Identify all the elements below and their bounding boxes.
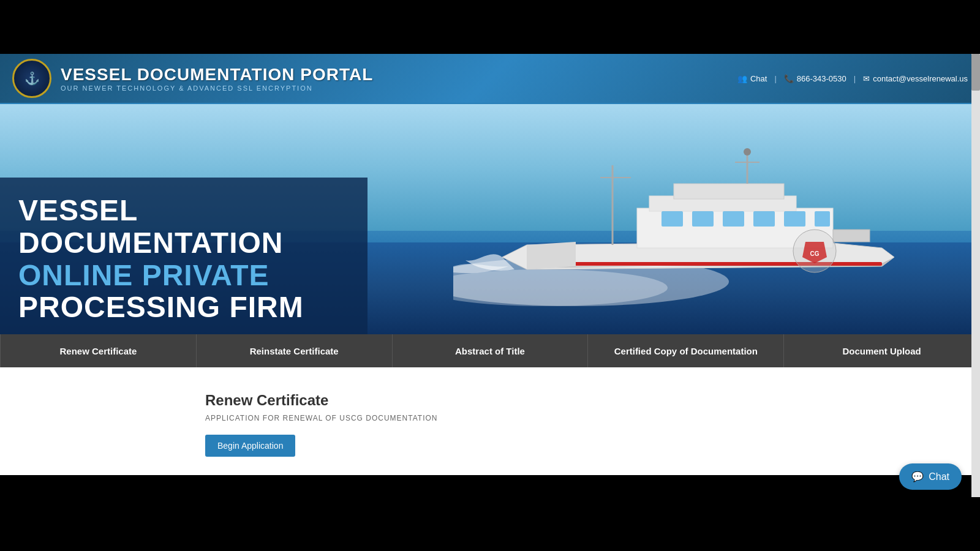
hero-line1: VESSEL DOCUMENTATION: [18, 195, 343, 260]
svg-rect-10: [815, 211, 830, 227]
phone-item[interactable]: 📞 866-343-0530: [784, 74, 846, 83]
site-title: VESSEL DOCUMENTATION PORTAL: [61, 65, 373, 84]
nav-item-reinstate[interactable]: Reinstate Certificate: [197, 334, 393, 367]
chat-button-label: Chat: [929, 471, 949, 482]
nav-item-renew[interactable]: Renew Certificate: [0, 334, 197, 367]
chat-header-icon: 👥: [737, 74, 747, 83]
main-content: Renew Certificate APPLICATION FOR RENEWA…: [0, 367, 980, 475]
anchor-icon: ⚓: [24, 71, 40, 86]
email-item[interactable]: ✉ contact@vesselrenewal.us: [863, 74, 968, 83]
section-title: Renew Certificate: [205, 392, 980, 409]
hero-title: VESSEL DOCUMENTATION ONLINE PRIVATE PROC…: [18, 195, 343, 324]
begin-application-button[interactable]: Begin Application: [205, 435, 295, 457]
divider-2: |: [854, 74, 856, 83]
header-left: ⚓ VESSEL DOCUMENTATION PORTAL OUR NEWER …: [12, 59, 373, 98]
hero-text-box: VESSEL DOCUMENTATION ONLINE PRIVATE PROC…: [0, 178, 368, 334]
hero-section: CG VESSEL DOCUMENTATION ONLINE PRIVATE P…: [0, 104, 980, 334]
svg-rect-8: [753, 211, 775, 227]
svg-rect-5: [662, 211, 683, 227]
scrollbar[interactable]: [971, 54, 980, 497]
chat-button[interactable]: 💬 Chat: [899, 463, 962, 490]
phone-icon: 📞: [784, 74, 794, 83]
bottom-black-bar: [0, 475, 980, 529]
chat-header-label[interactable]: Chat: [750, 74, 767, 83]
nav-bar: Renew Certificate Reinstate Certificate …: [0, 334, 980, 367]
nav-item-abstract[interactable]: Abstract of Title: [393, 334, 589, 367]
site-subtitle: OUR NEWER TECHNOLOGY & ADVANCED SSL ENCR…: [61, 84, 373, 92]
nav-item-certified-copy[interactable]: Certified Copy of Documentation: [588, 334, 784, 367]
svg-rect-6: [692, 211, 714, 227]
section-subtitle: APPLICATION FOR RENEWAL OF USCG DOCUMENT…: [205, 414, 980, 422]
top-black-bar: [0, 0, 980, 54]
svg-rect-17: [833, 230, 870, 242]
divider-1: |: [774, 74, 776, 83]
svg-rect-11: [674, 184, 784, 199]
svg-text:CG: CG: [810, 250, 820, 257]
header-right: 👥 Chat | 📞 866-343-0530 | ✉ contact@vess…: [737, 74, 968, 83]
hero-boat: CG: [453, 135, 931, 318]
hero-line3: PROCESSING FIRM: [18, 291, 343, 324]
header-title-block: VESSEL DOCUMENTATION PORTAL OUR NEWER TE…: [61, 65, 373, 92]
site-header: ⚓ VESSEL DOCUMENTATION PORTAL OUR NEWER …: [0, 54, 980, 104]
logo-inner: ⚓: [24, 71, 40, 86]
nav-item-document-upload[interactable]: Document Upload: [784, 334, 980, 367]
svg-point-14: [744, 148, 751, 156]
svg-rect-7: [723, 211, 744, 227]
hero-line2: ONLINE PRIVATE: [18, 260, 343, 292]
chat-button-icon: 💬: [911, 471, 924, 482]
chat-header-item[interactable]: 👥 Chat: [737, 74, 767, 83]
logo: ⚓: [12, 59, 51, 98]
email-icon: ✉: [863, 74, 870, 83]
svg-rect-9: [784, 211, 805, 227]
scrollbar-thumb[interactable]: [971, 54, 980, 91]
email-address: contact@vesselrenewal.us: [873, 74, 968, 83]
phone-number: 866-343-0530: [797, 74, 846, 83]
